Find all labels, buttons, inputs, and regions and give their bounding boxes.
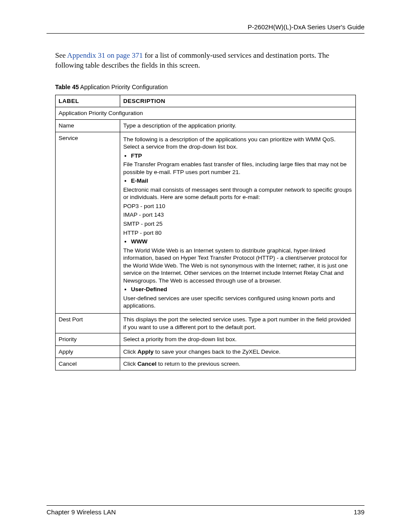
bullet-email: E-Mail xyxy=(131,177,352,185)
bullet-www: WWW xyxy=(131,238,352,246)
appendix-link[interactable]: Appendix 31 on page 371 xyxy=(67,51,143,59)
table-caption-title: Application Priority Configuration xyxy=(79,84,168,90)
cancel-bold: Cancel xyxy=(137,361,156,367)
config-table: LABEL DESCRIPTION Application Priority C… xyxy=(55,95,356,370)
port-imap: IMAP - port 143 xyxy=(123,211,352,219)
row-destport-label: Dest Port xyxy=(56,314,120,333)
cancel-post: to return to the previous screen. xyxy=(156,361,240,367)
cancel-pre: Click xyxy=(123,361,137,367)
footer-page-number: 139 xyxy=(354,508,364,516)
row-apply-desc: Click Apply to save your changes back to… xyxy=(120,345,356,358)
page-footer: Chapter 9 Wireless LAN 139 xyxy=(47,505,364,516)
ftp-desc: File Transfer Program enables fast trans… xyxy=(123,161,352,176)
port-pop3: POP3 - port 110 xyxy=(123,202,352,210)
email-desc: Electronic mail consists of messages sen… xyxy=(123,186,352,201)
row-name-label: Name xyxy=(56,119,120,132)
www-desc: The World Wide Web is an Internet system… xyxy=(123,247,352,285)
port-smtp: SMTP - port 25 xyxy=(123,220,352,228)
row-priority-desc: Select a priority from the drop-down lis… xyxy=(120,333,356,346)
row-priority-label: Priority xyxy=(56,333,120,346)
section-header: Application Priority Configuration xyxy=(56,107,356,120)
row-cancel-desc: Click Cancel to return to the previous s… xyxy=(120,358,356,370)
apply-bold: Apply xyxy=(137,348,154,355)
footer-chapter: Chapter 9 Wireless LAN xyxy=(47,508,116,516)
row-service-label: Service xyxy=(56,132,120,313)
apply-post: to save your changes back to the ZyXEL D… xyxy=(154,348,280,355)
intro-paragraph: See Appendix 31 on page 371 for a list o… xyxy=(55,51,356,71)
row-service-desc: The following is a description of the ap… xyxy=(120,132,356,313)
row-cancel-label: Cancel xyxy=(56,358,120,370)
th-label: LABEL xyxy=(56,95,120,107)
table-caption-number: Table 45 xyxy=(55,84,79,90)
row-destport-desc: This displays the port the selected serv… xyxy=(120,314,356,333)
row-apply-label: Apply xyxy=(56,345,120,358)
service-intro: The following is a description of the ap… xyxy=(123,136,352,151)
bullet-user-defined: User-Defined xyxy=(131,286,352,293)
header-guide-title: P-2602H(W)(L)-DxA Series User's Guide xyxy=(47,23,364,34)
bullet-ftp: FTP xyxy=(131,152,352,160)
port-http: HTTP - port 80 xyxy=(123,229,352,237)
th-description: DESCRIPTION xyxy=(120,95,356,107)
table-caption: Table 45 Application Priority Configurat… xyxy=(55,84,356,90)
row-name-desc: Type a description of the application pr… xyxy=(120,119,356,132)
user-defined-desc: User-defined services are user specific … xyxy=(123,295,352,310)
apply-pre: Click xyxy=(123,348,137,355)
intro-pre: See xyxy=(55,51,67,59)
